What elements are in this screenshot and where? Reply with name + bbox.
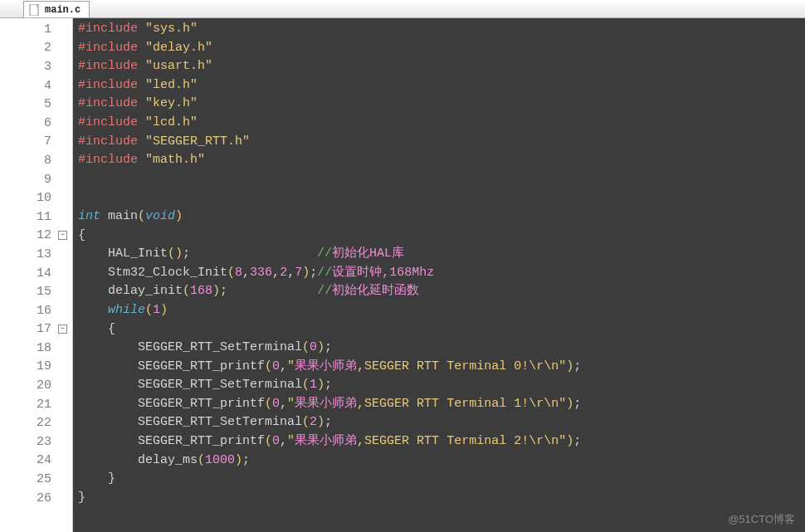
tab-mainc[interactable]: main.c bbox=[23, 1, 90, 17]
code-line bbox=[78, 188, 805, 207]
gutter-row: 15 bbox=[0, 282, 72, 301]
gutter-row: 16 bbox=[0, 301, 72, 320]
gutter-row: 3 bbox=[0, 57, 72, 76]
line-number: 5 bbox=[3, 97, 51, 111]
gutter-row: 14 bbox=[0, 264, 72, 283]
line-number: 23 bbox=[3, 435, 51, 449]
line-gutter: 123456789101112−1314151617−1819202122232… bbox=[0, 18, 73, 532]
line-number: 21 bbox=[3, 398, 51, 412]
gutter-row: 6 bbox=[0, 114, 72, 133]
code-line: { bbox=[78, 227, 805, 246]
line-number: 19 bbox=[3, 359, 51, 373]
line-number: 11 bbox=[3, 210, 51, 224]
code-line: SEGGER_RTT_SetTerminal(1); bbox=[78, 376, 805, 395]
line-number: 18 bbox=[3, 341, 51, 355]
gutter-row: 7 bbox=[0, 133, 72, 152]
gutter-row: 4 bbox=[0, 76, 72, 95]
code-line: #include "sys.h" bbox=[78, 20, 805, 39]
code-line: { bbox=[78, 320, 805, 339]
code-line: SEGGER_RTT_SetTerminal(2); bbox=[78, 413, 805, 432]
line-number: 13 bbox=[3, 247, 51, 261]
code-area[interactable]: #include "sys.h"#include "delay.h"#inclu… bbox=[73, 18, 805, 532]
code-line: } bbox=[78, 470, 805, 489]
line-number: 4 bbox=[3, 79, 51, 93]
file-c-icon bbox=[29, 4, 41, 16]
gutter-row: 12− bbox=[0, 227, 72, 246]
gutter-row: 1 bbox=[0, 20, 72, 39]
fold-toggle-icon[interactable]: − bbox=[58, 325, 67, 334]
line-number: 10 bbox=[3, 191, 51, 205]
code-line: SEGGER_RTT_printf(0,"果果小师弟,SEGGER RTT Te… bbox=[78, 432, 805, 451]
gutter-row: 20 bbox=[0, 376, 72, 395]
gutter-row: 26 bbox=[0, 489, 72, 508]
line-number: 20 bbox=[3, 378, 51, 393]
code-line: } bbox=[78, 489, 805, 508]
line-number: 15 bbox=[3, 285, 51, 299]
code-line: #include "usart.h" bbox=[78, 57, 805, 76]
fold-toggle-icon[interactable]: − bbox=[58, 231, 67, 240]
code-line: #include "delay.h" bbox=[78, 39, 805, 58]
code-line: #include "math.h" bbox=[78, 151, 805, 170]
line-number: 12 bbox=[3, 228, 51, 242]
gutter-row: 21 bbox=[0, 395, 72, 414]
code-line: Stm32_Clock_Init(8,336,2,7);//设置时钟,168Mh… bbox=[78, 264, 805, 283]
watermark: @51CTO博客 bbox=[728, 512, 795, 527]
line-number: 9 bbox=[3, 173, 51, 187]
line-number: 24 bbox=[3, 453, 51, 467]
line-number: 1 bbox=[3, 22, 51, 37]
code-line: SEGGER_RTT_printf(0,"果果小师弟,SEGGER RTT Te… bbox=[78, 395, 805, 414]
gutter-row: 19 bbox=[0, 358, 72, 377]
code-line: while(1) bbox=[78, 301, 805, 320]
gutter-row: 18 bbox=[0, 339, 72, 358]
gutter-row: 17− bbox=[0, 320, 72, 339]
line-number: 3 bbox=[3, 60, 51, 74]
gutter-row: 11 bbox=[0, 207, 72, 227]
code-line: int main(void) bbox=[78, 207, 805, 227]
code-line bbox=[78, 170, 805, 189]
line-number: 6 bbox=[3, 116, 51, 130]
gutter-row: 9 bbox=[0, 170, 72, 189]
gutter-row: 23 bbox=[0, 432, 72, 451]
line-number: 7 bbox=[3, 134, 51, 149]
gutter-row: 10 bbox=[0, 188, 72, 207]
gutter-row: 5 bbox=[0, 95, 72, 114]
line-number: 26 bbox=[3, 491, 51, 505]
gutter-row: 2 bbox=[0, 39, 72, 58]
code-line: #include "lcd.h" bbox=[78, 114, 805, 133]
tab-bar: main.c bbox=[0, 0, 805, 18]
code-line: #include "SEGGER_RTT.h" bbox=[78, 133, 805, 152]
code-line: #include "led.h" bbox=[78, 76, 805, 95]
line-number: 22 bbox=[3, 416, 51, 430]
line-number: 8 bbox=[3, 154, 51, 168]
code-line: SEGGER_RTT_SetTerminal(0); bbox=[78, 339, 805, 358]
code-line: delay_init(168); //初始化延时函数 bbox=[78, 282, 805, 301]
gutter-row: 22 bbox=[0, 413, 72, 432]
line-number: 2 bbox=[3, 41, 51, 55]
line-number: 25 bbox=[3, 472, 51, 486]
code-line: delay_ms(1000); bbox=[78, 451, 805, 471]
gutter-row: 13 bbox=[0, 245, 72, 264]
gutter-row: 8 bbox=[0, 151, 72, 170]
code-editor: 123456789101112−1314151617−1819202122232… bbox=[0, 18, 805, 532]
gutter-row: 24 bbox=[0, 451, 72, 471]
tab-label: main.c bbox=[45, 4, 80, 16]
gutter-row: 25 bbox=[0, 470, 72, 489]
line-number: 14 bbox=[3, 266, 51, 281]
line-number: 16 bbox=[3, 304, 51, 318]
code-line: #include "key.h" bbox=[78, 95, 805, 114]
code-line: HAL_Init(); //初始化HAL库 bbox=[78, 245, 805, 264]
code-line: SEGGER_RTT_printf(0,"果果小师弟,SEGGER RTT Te… bbox=[78, 358, 805, 377]
line-number: 17 bbox=[3, 322, 51, 336]
